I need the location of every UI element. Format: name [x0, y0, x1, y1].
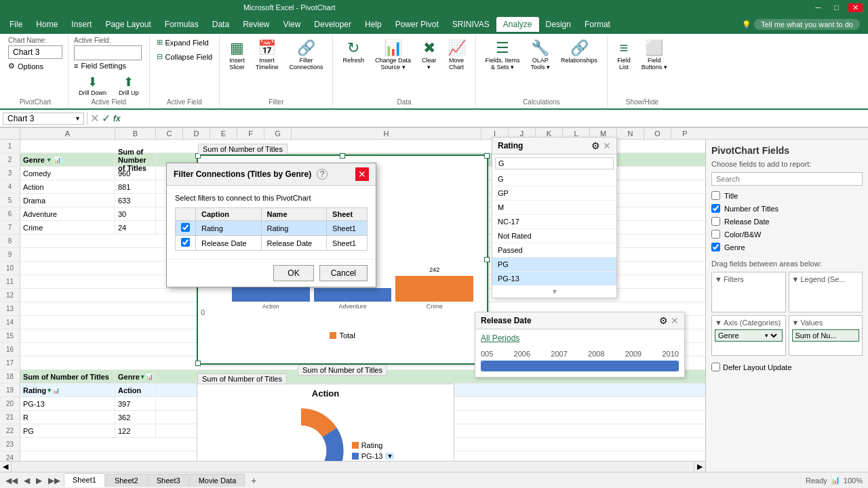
rating-filter-panel: Rating ⚙ ✕ G GP M NC-17 Not Rated Passed…: [492, 137, 617, 298]
field-list-button[interactable]: ≡ FieldList: [613, 37, 635, 73]
cell-a2[interactable]: Genre ▼ 📊: [20, 153, 115, 166]
col-header-b: B: [115, 128, 156, 139]
sheet-tab-movie-data[interactable]: Movie Data: [190, 474, 245, 487]
rating-filter-close-icon[interactable]: ✕: [603, 140, 611, 151]
pivot-panel-subtitle: Choose fields to add to report:: [711, 160, 863, 168]
refresh-button[interactable]: ↻ Refresh: [338, 37, 368, 66]
menu-file[interactable]: File: [3, 17, 29, 32]
menu-developer[interactable]: Developer: [307, 17, 358, 32]
nav-next-btn[interactable]: ▶: [33, 476, 45, 485]
scroll-right-btn[interactable]: ▶: [694, 462, 705, 472]
rating-item-M[interactable]: M: [492, 201, 616, 215]
menu-srinivas[interactable]: SRINIVAS: [446, 17, 496, 32]
rating-search-input[interactable]: [495, 157, 614, 169]
rating-item-PG[interactable]: PG: [492, 258, 616, 272]
all-periods-link[interactable]: All Periods: [481, 333, 519, 343]
release-date-filter-settings-icon[interactable]: ⚙: [659, 315, 668, 326]
active-field-label: Active Field:: [74, 37, 144, 44]
close-btn[interactable]: ✕: [848, 3, 863, 12]
rating-item-not-rated[interactable]: Not Rated: [492, 229, 616, 243]
sheet-tab-sheet1[interactable]: Sheet1: [64, 473, 105, 487]
move-chart-button[interactable]: 📈 MoveChart: [443, 37, 470, 73]
menu-help[interactable]: Help: [358, 17, 389, 32]
cancel-edit-icon[interactable]: ✕: [90, 112, 99, 125]
dialog-col-sheet: Sheet: [327, 208, 368, 221]
defer-layout-checkbox[interactable]: [711, 363, 720, 371]
drill-down-button[interactable]: ⬇ Drill Down: [74, 73, 111, 98]
expand-field-button[interactable]: ⊞Expand Field: [155, 37, 214, 48]
options-button[interactable]: ⚙Options: [8, 62, 62, 70]
chart-name-input[interactable]: [8, 45, 62, 59]
sheet-tab-sheet3[interactable]: Sheet3: [148, 474, 189, 487]
relationships-button[interactable]: 🔗 Relationships: [557, 37, 601, 73]
sheet-tab-add[interactable]: +: [245, 473, 262, 488]
axis-genre-dropdown[interactable]: ▾: [762, 331, 779, 340]
rating-filter-settings-icon[interactable]: ⚙: [591, 140, 600, 151]
rating-item-passed[interactable]: Passed: [492, 243, 616, 258]
olap-tools-button[interactable]: 🔧 OLAPTools ▾: [527, 37, 555, 73]
menu-analyze[interactable]: Analyze: [496, 17, 539, 32]
maximize-btn[interactable]: □: [830, 3, 843, 12]
rating-item-G[interactable]: G: [492, 172, 616, 186]
menu-view[interactable]: View: [277, 17, 308, 32]
menu-home[interactable]: Home: [29, 17, 64, 32]
drill-up-button[interactable]: ⬆ Drill Up: [114, 73, 144, 98]
nav-last-btn[interactable]: ▶▶: [45, 476, 63, 485]
tell-me-input[interactable]: Tell me what you want to do: [754, 19, 860, 30]
field-title[interactable]: Title: [711, 190, 863, 201]
field-release-date-checkbox[interactable]: [711, 217, 720, 226]
axis-genre-item[interactable]: Genre ▾: [715, 329, 783, 342]
fields-items-sets-button[interactable]: ☰ Fields, Items& Sets ▾: [481, 37, 524, 73]
release-date-row-checkbox[interactable]: [181, 238, 190, 247]
rating-item-PG13[interactable]: PG-13: [492, 272, 616, 285]
field-buttons-button[interactable]: ⬜ FieldButtons ▾: [637, 37, 671, 73]
dialog-cancel-button[interactable]: Cancel: [319, 265, 368, 281]
active-field-input[interactable]: [74, 45, 142, 60]
menu-power-pivot[interactable]: Power Pivot: [389, 17, 446, 32]
sheet-tab-sheet2[interactable]: Sheet2: [106, 474, 147, 487]
pivot-search-input[interactable]: [711, 172, 863, 186]
filter-connections-button[interactable]: 🔗 FilterConnections: [285, 37, 327, 73]
field-color-bw-checkbox[interactable]: [711, 230, 720, 239]
menu-page-layout[interactable]: Page Layout: [98, 17, 157, 32]
chart1-bottom-label: Sum of Number of Titles: [298, 365, 387, 375]
release-date-filter-close-icon[interactable]: ✕: [671, 315, 679, 326]
nav-prev-btn[interactable]: ◀: [21, 476, 33, 485]
rating-row-sheet: Sheet1: [327, 221, 368, 236]
field-number-of-titles-checkbox[interactable]: [711, 204, 720, 213]
menu-formulas[interactable]: Formulas: [158, 17, 205, 32]
menu-format[interactable]: Format: [578, 17, 617, 32]
field-settings-button[interactable]: ≡Field Settings: [74, 62, 144, 70]
rating-item-GP[interactable]: GP: [492, 186, 616, 201]
change-data-source-button[interactable]: 📊 Change DataSource ▾: [371, 37, 415, 73]
rating-row-checkbox[interactable]: [181, 223, 190, 232]
insert-slicer-button[interactable]: ▦ InsertSlicer: [225, 37, 249, 73]
collapse-field-button[interactable]: ⊟Collapse Field: [155, 51, 214, 62]
confirm-edit-icon[interactable]: ✓: [102, 112, 111, 125]
dialog-ok-button[interactable]: OK: [273, 265, 313, 281]
rating-item-NC17[interactable]: NC-17: [492, 215, 616, 229]
field-number-of-titles[interactable]: Number of Titles: [711, 203, 863, 214]
nav-left-btn[interactable]: ◀◀: [3, 476, 20, 485]
field-release-date[interactable]: Release Date: [711, 216, 863, 227]
insert-timeline-button[interactable]: 📅 InsertTimeline: [252, 37, 283, 73]
field-title-checkbox[interactable]: [711, 191, 720, 200]
minimize-btn[interactable]: ─: [812, 3, 825, 12]
menu-data[interactable]: Data: [205, 17, 236, 32]
dialog-col-caption: Caption: [196, 208, 262, 221]
field-genre-checkbox[interactable]: [711, 243, 720, 251]
field-genre[interactable]: Genre: [711, 241, 863, 253]
field-color-bw[interactable]: Color/B&W: [711, 228, 863, 240]
menu-insert[interactable]: Insert: [64, 17, 98, 32]
formula-input[interactable]: [123, 113, 865, 125]
release-date-filter-title: Release Date: [481, 316, 532, 325]
scroll-left-btn[interactable]: ◀: [0, 462, 12, 472]
dialog-help-icon[interactable]: ?: [317, 169, 328, 180]
rating-filter-title: Rating: [498, 141, 523, 150]
dropdown-arrow[interactable]: ▾: [76, 115, 79, 122]
clear-button[interactable]: ✖ Clear▾: [418, 37, 441, 73]
show-hide-group-label: Show/Hide: [613, 98, 671, 106]
menu-review[interactable]: Review: [236, 17, 276, 32]
menu-design[interactable]: Design: [539, 17, 578, 32]
dialog-close-button[interactable]: ✕: [355, 167, 369, 181]
